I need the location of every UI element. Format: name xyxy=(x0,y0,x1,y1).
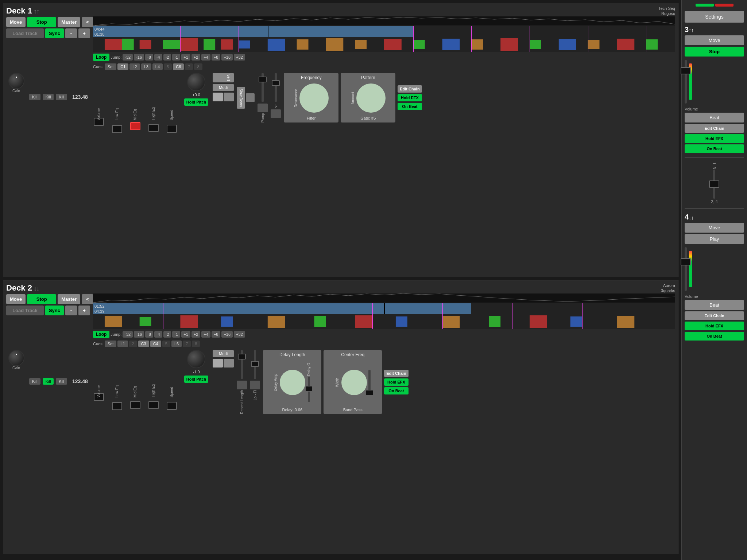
deck1-master-btn[interactable]: Master xyxy=(58,17,80,27)
deck1-prev-btn[interactable]: < xyxy=(82,17,93,27)
deck1-hold-pitch-btn[interactable]: Hold Pitch xyxy=(184,98,208,106)
deck2-jump--1[interactable]: -1 xyxy=(172,331,180,338)
deck2-pitch-knob[interactable] xyxy=(187,350,205,368)
deck2-jump-+2[interactable]: +2 xyxy=(191,331,201,338)
deck2-plus-btn[interactable]: + xyxy=(78,306,90,315)
deck2-jump-+16[interactable]: +16 xyxy=(221,331,233,338)
deck1-loop-btn[interactable]: Loop xyxy=(93,54,109,61)
deck2-cue-8[interactable]: 8 xyxy=(192,341,200,347)
deck1-cue-set[interactable]: Set xyxy=(105,63,117,70)
deck2-loop-btn[interactable]: Loop xyxy=(93,331,109,338)
deck2-cue-7[interactable]: 7 xyxy=(183,341,191,347)
deck2-cue-set[interactable]: Set xyxy=(105,341,117,347)
deck3-hold-efx-btn[interactable]: Hold EFX xyxy=(685,134,744,143)
deck2-cue-3[interactable]: C3 xyxy=(138,341,149,347)
deck2-jump--16[interactable]: -16 xyxy=(134,331,144,338)
deck1-stop-btn[interactable]: Stop xyxy=(27,17,56,27)
deck2-jump--8[interactable]: -8 xyxy=(145,331,153,338)
deck1-edit-chain-btn[interactable]: Edit Chain xyxy=(398,85,422,93)
deck4-beat-btn[interactable]: Beat xyxy=(685,300,744,310)
deck2-jump--2[interactable]: -2 xyxy=(163,331,171,338)
deck2-jump-+8[interactable]: +8 xyxy=(212,331,221,338)
deck2-prev-btn[interactable]: < xyxy=(82,294,93,304)
deck1-cue-8[interactable]: 8 xyxy=(194,63,202,70)
deck3-volume-slider[interactable] xyxy=(681,67,691,74)
deck2-on-beat-btn[interactable]: On Beat xyxy=(384,387,408,394)
deck3-edit-chain-btn[interactable]: Edit Chain xyxy=(685,124,744,133)
deck1-slow-down-btn[interactable]: Slow Down xyxy=(237,87,245,109)
deck2-gain-knob[interactable] xyxy=(8,350,24,366)
deck1-on-beat-btn[interactable]: On Beat xyxy=(398,103,422,110)
deck1-jump-+8[interactable]: +8 xyxy=(212,54,221,61)
deck2-load-track-btn[interactable]: Load Track xyxy=(6,306,44,315)
deck3-move-btn[interactable]: Move xyxy=(685,35,744,45)
settings-btn[interactable]: Settings xyxy=(685,11,744,23)
deck2-jump-+4[interactable]: +4 xyxy=(201,331,210,338)
deck1-gain-knob[interactable] xyxy=(8,73,24,89)
deck1-kill-low[interactable]: Kill xyxy=(29,94,40,100)
deck2-hold-efx-btn[interactable]: Hold EFX xyxy=(384,378,408,386)
deck2-kill-mid[interactable]: Kill xyxy=(43,378,54,385)
deck1-kill-mid[interactable]: Kill xyxy=(43,94,54,100)
deck2-jump--4[interactable]: -4 xyxy=(154,331,162,338)
deck1-cue-4[interactable]: L4 xyxy=(152,63,163,70)
deck1-minus-btn[interactable]: - xyxy=(65,28,77,38)
deck1-jump-+16[interactable]: +16 xyxy=(221,54,233,61)
deck2-jump-+1[interactable]: +1 xyxy=(181,331,190,338)
deck1-pump-slider[interactable] xyxy=(262,73,264,102)
deck1-cue-5[interactable]: 5 xyxy=(164,63,172,70)
deck2-kill-high[interactable]: Kill xyxy=(56,378,67,385)
deck1-jump--8[interactable]: -8 xyxy=(145,54,153,61)
deck1-plus-btn[interactable]: + xyxy=(78,28,90,38)
deck4-on-beat-btn[interactable]: On Beat xyxy=(685,332,744,341)
deck2-sync-btn[interactable]: Sync xyxy=(45,306,64,315)
deck1-jump--16[interactable]: -16 xyxy=(134,54,144,61)
deck1-load-track-btn[interactable]: Load Track xyxy=(6,28,44,38)
deck2-efx2-circle[interactable] xyxy=(341,370,367,395)
deck1-cue-3[interactable]: L3 xyxy=(141,63,151,70)
deck4-volume-slider[interactable] xyxy=(681,258,691,265)
deck3-beat-btn[interactable]: Beat xyxy=(685,113,744,122)
deck1-jump--2[interactable]: -2 xyxy=(163,54,171,61)
deck1-vert-btn[interactable]: vert xyxy=(213,73,234,82)
deck2-repeat-length-slider[interactable] xyxy=(241,350,243,379)
deck4-play-btn[interactable]: Play xyxy=(685,234,744,244)
deck1-jump--4[interactable]: -4 xyxy=(154,54,162,61)
deck2-jump--32[interactable]: -32 xyxy=(123,331,133,338)
deck1-modi-btn[interactable]: Modi xyxy=(213,84,234,91)
deck1-pitch-knob[interactable] xyxy=(187,73,205,91)
deck1-sync-btn[interactable]: Sync xyxy=(45,28,64,38)
deck1-jump-+1[interactable]: +1 xyxy=(181,54,190,61)
deck1-move-btn[interactable]: Move xyxy=(6,17,26,27)
deck1-jump-+2[interactable]: +2 xyxy=(191,54,201,61)
deck2-cue-4[interactable]: C4 xyxy=(150,341,161,347)
deck2-efx1-circle[interactable] xyxy=(280,370,305,395)
deck2-cue-1[interactable]: L1 xyxy=(117,341,128,347)
deck2-hold-pitch-btn[interactable]: Hold Pitch xyxy=(184,376,208,383)
deck3-on-beat-btn[interactable]: On Beat xyxy=(685,144,744,153)
deck1-jump-+32[interactable]: +32 xyxy=(234,54,245,61)
deck1-hold-efx-btn[interactable]: Hold EFX xyxy=(398,94,422,101)
deck2-minus-btn[interactable]: - xyxy=(65,306,77,315)
deck3-stop-btn[interactable]: Stop xyxy=(685,47,744,57)
deck2-delay-o-slider[interactable] xyxy=(305,386,313,392)
deck1-cue-2[interactable]: L2 xyxy=(129,63,140,70)
deck2-cue-5[interactable]: 5 xyxy=(162,341,170,347)
deck1-jump--1[interactable]: -1 xyxy=(172,54,180,61)
deck1-jump--32[interactable]: -32 xyxy=(123,54,133,61)
deck2-cue-6[interactable]: L6 xyxy=(171,341,182,347)
deck2-kill-low[interactable]: Kill xyxy=(29,378,40,385)
deck2-modi-btn[interactable]: Modi xyxy=(213,350,234,357)
deck2-move-btn[interactable]: Move xyxy=(6,294,26,304)
deck1-kill-high[interactable]: Kill xyxy=(56,94,67,100)
deck2-cue-2[interactable]: 2 xyxy=(129,341,137,347)
deck1-efx2-circle[interactable] xyxy=(356,83,386,113)
deck1-cue-7[interactable]: 7 xyxy=(185,63,193,70)
deck2-jump-+32[interactable]: +32 xyxy=(234,331,245,338)
deck4-move-btn[interactable]: Move xyxy=(685,223,744,233)
deck2-master-btn[interactable]: Master xyxy=(58,294,80,304)
deck4-edit-chain-btn[interactable]: Edit Chain xyxy=(685,311,744,320)
deck2-stop-btn[interactable]: Stop xyxy=(27,294,56,304)
deck4-hold-efx-btn[interactable]: Hold EFX xyxy=(685,322,744,330)
deck1-cue-6[interactable]: C6 xyxy=(173,63,184,70)
